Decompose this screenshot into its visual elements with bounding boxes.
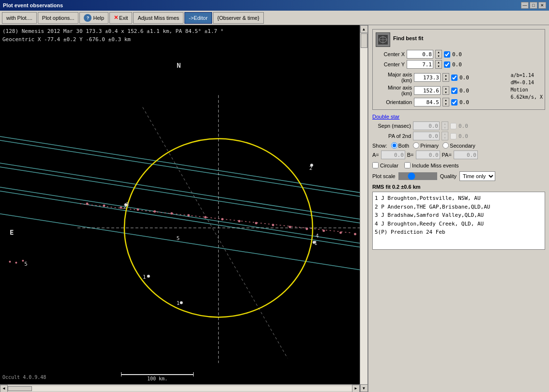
show-both-option[interactable]: Both <box>391 142 410 149</box>
options-row: Circular Include Miss events <box>372 162 545 168</box>
menu-bar: with Plot.... Plot options... ? Help ✕ E… <box>0 11 549 25</box>
menu-plot-options[interactable]: Plot options... <box>38 12 79 24</box>
hscroll-thumb[interactable] <box>8 386 32 391</box>
svg-point-35 <box>187 214 190 216</box>
dm-value: dM=-0.14 <box>511 79 543 86</box>
circular-option[interactable]: Circular <box>372 162 398 168</box>
plot-scale-slider[interactable] <box>398 172 437 180</box>
svg-text:4: 4 <box>316 233 319 239</box>
center-x-up[interactable]: ▲ <box>436 50 442 54</box>
show-label: Show: <box>372 143 387 149</box>
find-best-fit-section: Find best fit Center X ▲ ▼ 0.0 Center Y <box>372 29 545 110</box>
pa2nd-down: ▼ <box>442 136 448 140</box>
center-y-spin[interactable]: ▲ ▼ <box>435 60 442 69</box>
canvas-hscrollbar[interactable]: ◄ ► <box>0 384 360 392</box>
minor-axis-up[interactable]: ▲ <box>443 87 449 90</box>
center-y-down[interactable]: ▼ <box>436 64 442 68</box>
canvas-area[interactable]: (128) Nemesis 2012 Mar 30 173.3 ±0.4 x 1… <box>0 25 367 392</box>
major-axis-input[interactable] <box>414 73 441 82</box>
orientation-input[interactable] <box>414 98 441 106</box>
pa2nd-spin: ▲ ▼ <box>442 132 448 140</box>
svg-point-29 <box>86 203 89 205</box>
menu-with-plot[interactable]: with Plot.... <box>2 12 37 24</box>
center-y-label: Center Y <box>376 61 405 67</box>
minor-axis-down[interactable]: ▼ <box>443 90 449 94</box>
double-star-section: Double star Sepn (masec) ▲ ▼ 0.0 PA of 2… <box>372 114 545 159</box>
show-radio-group: Both Primary Secondary <box>391 142 475 149</box>
center-x-spin[interactable]: ▲ ▼ <box>435 50 442 59</box>
title-bar: Plot event observations — □ ✕ <box>0 0 549 11</box>
menu-editor[interactable]: ->Editor <box>184 12 212 24</box>
pa2nd-val: 0.0 <box>458 133 475 139</box>
svg-point-8 <box>9 261 11 263</box>
scroll-thumb[interactable] <box>361 33 367 48</box>
sepn-val: 0.0 <box>458 123 475 129</box>
menu-exit[interactable]: ✕ Exit <box>109 12 132 24</box>
center-y-input[interactable] <box>407 60 433 69</box>
center-x-checkbox[interactable] <box>444 51 450 58</box>
include-miss-checkbox[interactable] <box>404 162 411 168</box>
show-secondary-radio[interactable] <box>442 142 449 149</box>
minor-axis-checkbox[interactable] <box>451 88 458 94</box>
scroll-right-button[interactable]: ► <box>352 385 360 392</box>
svg-point-45 <box>354 233 356 235</box>
major-axis-down[interactable]: ▼ <box>443 77 449 81</box>
sepn-checkbox <box>450 123 457 129</box>
svg-point-43 <box>322 229 325 232</box>
orientation-up[interactable]: ▲ <box>443 98 449 102</box>
close-button[interactable]: ✕ <box>538 2 546 9</box>
find-best-fit-title: Find best fit <box>393 35 423 41</box>
minor-axis-val: 0.0 <box>459 88 476 94</box>
sepn-spin: ▲ ▼ <box>442 121 448 130</box>
include-miss-option[interactable]: Include Miss events <box>404 162 459 168</box>
svg-point-39 <box>255 222 258 224</box>
orientation-checkbox[interactable] <box>451 99 458 106</box>
menu-help[interactable]: ? Help <box>79 12 108 24</box>
scroll-up-button[interactable]: ▲ <box>360 25 368 33</box>
orientation-label: Orientation <box>376 99 412 105</box>
menu-observer-time[interactable]: {Observer & time} <box>213 12 264 24</box>
center-x-down[interactable]: ▼ <box>436 54 442 58</box>
major-axis-checkbox[interactable] <box>451 75 458 81</box>
show-both-radio[interactable] <box>391 142 397 149</box>
svg-point-25 <box>310 164 313 166</box>
orientation-spin[interactable]: ▲ ▼ <box>442 98 449 106</box>
svg-point-9 <box>15 262 17 264</box>
canvas-info: (128) Nemesis 2012 Mar 30 173.3 ±0.4 x 1… <box>2 28 224 44</box>
show-primary-option[interactable]: Primary <box>413 142 439 149</box>
show-secondary-option[interactable]: Secondary <box>442 142 475 149</box>
window-title: Plot event observations <box>3 2 63 8</box>
pa-label: PA= <box>442 152 452 158</box>
svg-point-38 <box>238 220 241 222</box>
major-axis-spin[interactable]: ▲ ▼ <box>442 73 449 82</box>
observer-row-5: 5(P) Prediction 24 Feb <box>375 228 543 237</box>
svg-point-34 <box>170 212 173 214</box>
svg-point-32 <box>137 209 139 211</box>
canvas-scrollbar[interactable]: ▲ ▼ <box>360 25 367 392</box>
scale-label: 100 km. <box>147 376 168 381</box>
right-panel: Find best fit Center X ▲ ▼ 0.0 Center Y <box>367 25 549 392</box>
center-x-input[interactable] <box>407 50 433 59</box>
observer-list: 1 J Broughton,Pottsville, NSW, AU 2 P An… <box>372 192 545 250</box>
show-row: Show: Both Primary Secondary <box>372 142 545 149</box>
maximize-button[interactable]: □ <box>530 2 537 9</box>
quality-select[interactable]: Time only S/N ratio Visual <box>459 171 495 181</box>
circular-checkbox[interactable] <box>372 162 379 168</box>
minor-axis-input[interactable] <box>414 86 441 95</box>
minimize-button[interactable]: — <box>521 2 529 9</box>
svg-point-23 <box>313 241 316 244</box>
center-y-val: 0.0 <box>452 61 469 68</box>
double-star-link[interactable]: Double star <box>372 114 545 120</box>
scroll-left-button[interactable]: ◄ <box>0 385 8 392</box>
orientation-down[interactable]: ▼ <box>443 102 449 106</box>
major-axis-up[interactable]: ▲ <box>443 74 449 77</box>
minor-axis-spin[interactable]: ▲ ▼ <box>442 86 449 95</box>
pa2nd-input <box>413 132 440 140</box>
scroll-down-button[interactable]: ▼ <box>360 384 368 392</box>
center-y-up[interactable]: ▲ <box>436 60 442 64</box>
center-y-checkbox[interactable] <box>444 61 450 68</box>
show-primary-radio[interactable] <box>413 142 419 149</box>
menu-adjust-miss[interactable]: Adjust Miss times <box>133 12 183 24</box>
pa2nd-checkbox <box>450 133 457 139</box>
pa2nd-row: PA of 2nd ▲ ▼ 0.0 <box>372 132 545 140</box>
